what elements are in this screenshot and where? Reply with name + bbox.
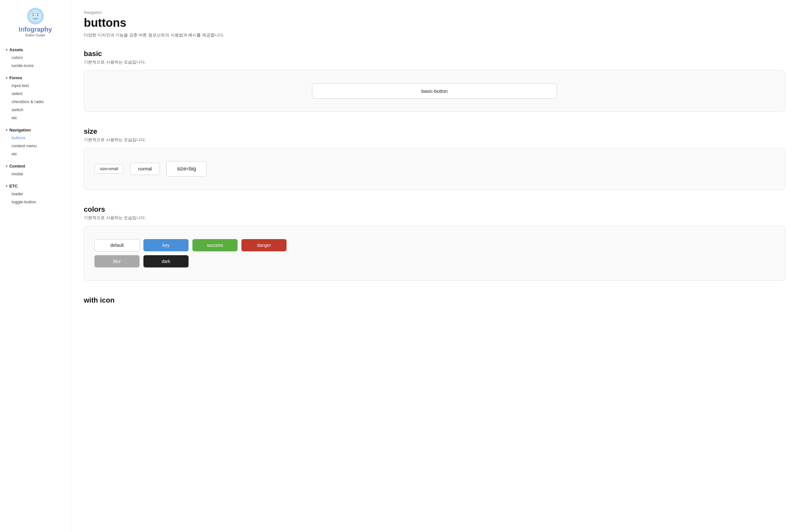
nav-items-content: modal (5, 170, 65, 177)
nav-section-content: Content modal (5, 164, 65, 177)
demo-box-size: size=small normal size=big (84, 148, 785, 190)
section-desc-size: 기본적으로 사용하는 모습입니다. (84, 137, 785, 143)
nav-items-forms: input-text select checkbox & radio switc… (5, 82, 65, 121)
section-basic: basic 기본적으로 사용하는 모습입니다. basic-button (84, 50, 785, 112)
breadcrumb: Navigation (84, 10, 785, 15)
color-default-button[interactable]: default (94, 239, 139, 251)
logo-subtitle: Editor Guide (25, 33, 45, 37)
colors-row-1: default key success danger (94, 239, 286, 251)
sidebar-item-input-text[interactable]: input-text (10, 82, 65, 89)
page-description: 다양한 디자인과 기능을 갖춘 버튼 컴포넌트의 사용법과 예시를 제공합니다. (84, 32, 785, 38)
sidebar-item-lucide-icons[interactable]: lucide-icons (10, 62, 65, 69)
logo-image (27, 8, 44, 24)
page-title: buttons (84, 16, 785, 30)
sidebar-item-colors[interactable]: colors (10, 54, 65, 61)
nav-items-navigation: buttons context menu etc (5, 134, 65, 157)
logo-area: Infography Editor Guide (5, 8, 65, 37)
nav-section-title-etc[interactable]: ETC (5, 184, 65, 189)
logo-brand-name: Infography (19, 26, 52, 33)
nav-section-forms: Forms input-text select checkbox & radio… (5, 75, 65, 121)
sidebar-item-loader[interactable]: loader (10, 190, 65, 197)
color-danger-button[interactable]: danger (241, 239, 286, 251)
sidebar-item-toggle-button[interactable]: toggle-button (10, 198, 65, 205)
sidebar-item-buttons[interactable]: buttons (10, 134, 65, 141)
section-title-size: size (84, 127, 785, 136)
sidebar-item-checkbox-radio[interactable]: checkbox & radio (10, 98, 65, 105)
sidebar-item-switch[interactable]: switch (10, 106, 65, 113)
nav-section-etc: ETC loader toggle-button (5, 184, 65, 205)
color-success-button[interactable]: success (192, 239, 238, 251)
section-title-colors: colors (84, 205, 785, 214)
color-blur-button[interactable]: blur (94, 255, 139, 267)
basic-button[interactable]: basic-button (312, 83, 557, 99)
section-title-basic: basic (84, 50, 785, 58)
svg-point-5 (37, 15, 38, 16)
section-title-with-icon: with icon (84, 296, 785, 304)
sidebar-item-context-menu[interactable]: context menu (10, 142, 65, 149)
nav-items-etc: loader toggle-button (5, 190, 65, 205)
section-size: size 기본적으로 사용하는 모습입니다. size=small normal… (84, 127, 785, 190)
sidebar-item-etc-nav[interactable]: etc (10, 151, 65, 157)
nav-items-assets: colors lucide-icons (5, 54, 65, 69)
size-big-button[interactable]: size=big (166, 161, 207, 176)
demo-box-colors: default key success danger blur dark (84, 226, 785, 281)
sidebar-item-select[interactable]: select (10, 90, 65, 97)
section-desc-colors: 기본적으로 사용하는 모습입니다. (84, 215, 785, 221)
main-content: Navigation buttons 다양한 디자인과 기능을 갖춘 버튼 컴포… (71, 0, 798, 532)
logo-text: Infography (19, 26, 52, 33)
logo-face-icon (28, 9, 42, 23)
nav-section-title-navigation[interactable]: Navigation (5, 128, 65, 132)
nav-section-assets: Assets colors lucide-icons (5, 48, 65, 69)
nav-section-title-forms[interactable]: Forms (5, 75, 65, 80)
section-desc-basic: 기본적으로 사용하는 모습입니다. (84, 59, 785, 65)
size-small-button[interactable]: size=small (94, 164, 124, 174)
sidebar-item-modal[interactable]: modal (10, 170, 65, 177)
svg-point-1 (29, 10, 42, 22)
nav-section-title-content[interactable]: Content (5, 164, 65, 169)
color-dark-button[interactable]: dark (144, 255, 189, 267)
section-with-icon: with icon (84, 296, 785, 304)
sidebar: Infography Editor Guide Assets colors lu… (0, 0, 71, 532)
demo-box-basic: basic-button (84, 70, 785, 112)
colors-row-2: blur dark (94, 255, 189, 267)
color-key-button[interactable]: key (144, 239, 189, 251)
sidebar-item-etc-forms[interactable]: etc (10, 114, 65, 121)
size-normal-button[interactable]: normal (130, 163, 160, 175)
nav-section-navigation: Navigation buttons context menu etc (5, 128, 65, 157)
nav-section-title-assets[interactable]: Assets (5, 48, 65, 52)
svg-point-4 (33, 15, 34, 16)
section-colors: colors 기본적으로 사용하는 모습입니다. default key suc… (84, 205, 785, 281)
